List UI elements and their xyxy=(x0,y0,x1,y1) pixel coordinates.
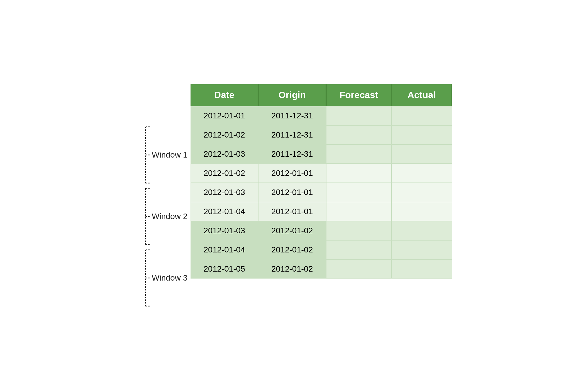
cell-actual xyxy=(392,202,452,221)
cell-date: 2012-01-02 xyxy=(191,164,259,183)
table-row: 2012-01-05 2012-01-02 xyxy=(191,259,452,279)
table-row: 2012-01-03 2012-01-01 xyxy=(191,183,452,202)
table-row: 2012-01-03 2011-12-31 xyxy=(191,144,452,164)
cell-actual xyxy=(392,221,452,240)
cell-actual xyxy=(392,240,452,259)
table-header-row: Date Origin Forecast Actual xyxy=(191,84,452,106)
cell-actual xyxy=(392,164,452,183)
data-table-container: Date Origin Forecast Actual 2012-01-01 2… xyxy=(191,84,452,279)
window-2-bracket xyxy=(135,186,150,247)
table-row: 2012-01-04 2012-01-01 xyxy=(191,202,452,221)
window-3-bracket xyxy=(135,248,150,308)
cell-forecast xyxy=(326,240,392,259)
window-3-group: Window 3 xyxy=(135,248,188,308)
header-date: Date xyxy=(191,84,259,106)
cell-date: 2012-01-05 xyxy=(191,259,259,279)
cell-date: 2012-01-04 xyxy=(191,240,259,259)
cell-date: 2012-01-04 xyxy=(191,202,259,221)
table-row: 2012-01-04 2012-01-02 xyxy=(191,240,452,259)
window-3-label: Window 3 xyxy=(152,273,188,283)
table-row: 2012-01-01 2011-12-31 xyxy=(191,106,452,125)
window-2-group: Window 2 xyxy=(135,186,188,247)
cell-forecast xyxy=(326,144,392,164)
cell-actual xyxy=(392,144,452,164)
cell-forecast xyxy=(326,202,392,221)
cell-origin: 2011-12-31 xyxy=(258,144,326,164)
cell-forecast xyxy=(326,221,392,240)
window-2-label: Window 2 xyxy=(152,212,188,221)
window-1-label: Window 1 xyxy=(152,150,188,160)
window-1-group: Window 1 xyxy=(135,124,188,185)
cell-forecast xyxy=(326,259,392,279)
cell-origin: 2011-12-31 xyxy=(258,106,326,125)
cell-origin: 2012-01-01 xyxy=(258,202,326,221)
cell-origin: 2011-12-31 xyxy=(258,125,326,144)
cell-actual xyxy=(392,106,452,125)
cell-date: 2012-01-03 xyxy=(191,183,259,202)
cell-date: 2012-01-02 xyxy=(191,125,259,144)
cell-forecast xyxy=(326,183,392,202)
header-origin: Origin xyxy=(258,84,326,106)
window-labels-panel: Window 1 Window 2 Window 3 xyxy=(135,84,188,308)
cell-date: 2012-01-01 xyxy=(191,106,259,125)
cell-forecast xyxy=(326,125,392,144)
table-row: 2012-01-02 2011-12-31 xyxy=(191,125,452,144)
window-1-bracket xyxy=(135,124,150,185)
cell-forecast xyxy=(326,164,392,183)
main-container: Window 1 Window 2 Window 3 xyxy=(135,84,452,308)
cell-forecast xyxy=(326,106,392,125)
cell-actual xyxy=(392,259,452,279)
cell-origin: 2012-01-02 xyxy=(258,259,326,279)
cell-actual xyxy=(392,183,452,202)
cell-origin: 2012-01-02 xyxy=(258,240,326,259)
cell-date: 2012-01-03 xyxy=(191,221,259,240)
header-forecast: Forecast xyxy=(326,84,392,106)
cell-origin: 2012-01-01 xyxy=(258,183,326,202)
cell-actual xyxy=(392,125,452,144)
table-row: 2012-01-02 2012-01-01 xyxy=(191,164,452,183)
forecast-table: Date Origin Forecast Actual 2012-01-01 2… xyxy=(191,84,452,279)
cell-origin: 2012-01-02 xyxy=(258,221,326,240)
cell-origin: 2012-01-01 xyxy=(258,164,326,183)
cell-date: 2012-01-03 xyxy=(191,144,259,164)
table-row: 2012-01-03 2012-01-02 xyxy=(191,221,452,240)
header-actual: Actual xyxy=(392,84,452,106)
